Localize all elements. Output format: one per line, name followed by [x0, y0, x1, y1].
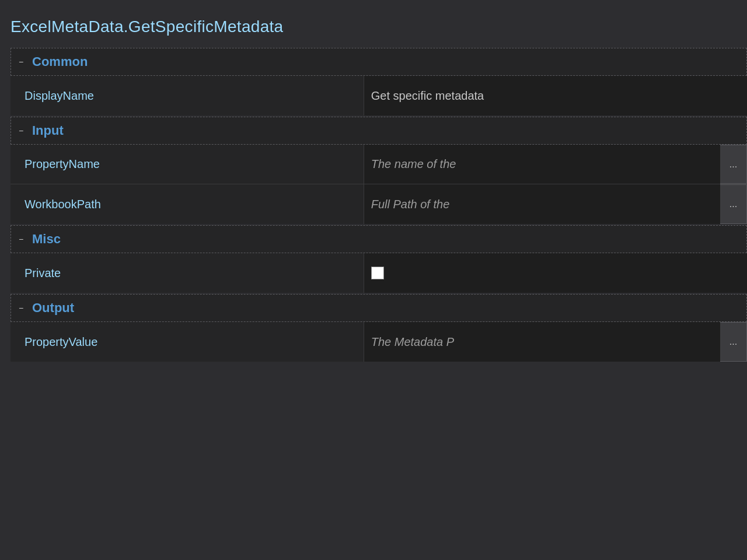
property-value-container-output-0: The Metadata P...	[364, 322, 747, 362]
property-value-common-0: Get specific metadata	[364, 80, 747, 112]
table-row: PropertyNameThe name of the...	[11, 145, 747, 184]
section-header-output[interactable]: −Output	[11, 294, 747, 322]
panel-title: ExcelMetaData.GetSpecificMetadata	[0, 12, 747, 48]
section-title-input: Input	[32, 123, 64, 138]
property-browse-button-input-0[interactable]: ...	[720, 145, 747, 184]
property-name-misc-0: Private	[11, 253, 364, 293]
table-row: WorkbookPathFull Path of the...	[11, 184, 747, 224]
property-browse-button-input-1[interactable]: ...	[720, 184, 747, 224]
section-header-misc[interactable]: −Misc	[11, 225, 747, 253]
table-row: Private	[11, 253, 747, 293]
properties-panel: ExcelMetaData.GetSpecificMetadata −Commo…	[0, 0, 747, 560]
property-name-common-0: DisplayName	[11, 76, 364, 116]
table-row: DisplayNameGet specific metadata	[11, 76, 747, 116]
property-browse-button-output-0[interactable]: ...	[720, 322, 747, 362]
section-common: −CommonDisplayNameGet specific metadata	[11, 48, 747, 116]
section-title-misc: Misc	[32, 232, 61, 247]
sections-container: −CommonDisplayNameGet specific metadata−…	[0, 48, 747, 363]
property-name-input-1: WorkbookPath	[11, 184, 364, 224]
section-body-misc: Private	[11, 253, 747, 293]
section-header-input[interactable]: −Input	[11, 117, 747, 145]
property-value-container-common-0: Get specific metadata	[364, 76, 747, 116]
section-wrapper-input: −InputPropertyNameThe name of the...Work…	[0, 117, 747, 224]
collapse-icon-misc: −	[16, 235, 26, 244]
section-body-input: PropertyNameThe name of the...WorkbookPa…	[11, 145, 747, 224]
section-body-output: PropertyValueThe Metadata P...	[11, 322, 747, 362]
section-wrapper-misc: −MiscPrivate	[0, 225, 747, 293]
checkbox-container-misc-0	[364, 257, 391, 289]
property-name-input-0: PropertyName	[11, 145, 364, 184]
property-value-output-0: The Metadata P	[364, 326, 720, 358]
collapse-icon-input: −	[16, 126, 26, 135]
section-body-common: DisplayNameGet specific metadata	[11, 76, 747, 116]
property-value-container-input-1: Full Path of the...	[364, 184, 747, 224]
collapse-icon-common: −	[16, 57, 26, 66]
section-wrapper-output: −OutputPropertyValueThe Metadata P...	[0, 294, 747, 362]
property-value-input-1: Full Path of the	[364, 188, 720, 220]
property-value-input-0: The name of the	[364, 148, 720, 180]
section-misc: −MiscPrivate	[11, 225, 747, 293]
property-value-container-misc-0	[364, 253, 747, 293]
section-wrapper-common: −CommonDisplayNameGet specific metadata	[0, 48, 747, 116]
section-title-common: Common	[32, 54, 88, 69]
checkbox-misc-0[interactable]	[371, 267, 384, 279]
property-name-output-0: PropertyValue	[11, 322, 364, 362]
section-header-common[interactable]: −Common	[11, 48, 747, 76]
collapse-icon-output: −	[16, 303, 26, 313]
property-value-container-input-0: The name of the...	[364, 145, 747, 184]
table-row: PropertyValueThe Metadata P...	[11, 322, 747, 362]
section-input: −InputPropertyNameThe name of the...Work…	[11, 117, 747, 224]
section-output: −OutputPropertyValueThe Metadata P...	[11, 294, 747, 362]
section-title-output: Output	[32, 300, 74, 316]
